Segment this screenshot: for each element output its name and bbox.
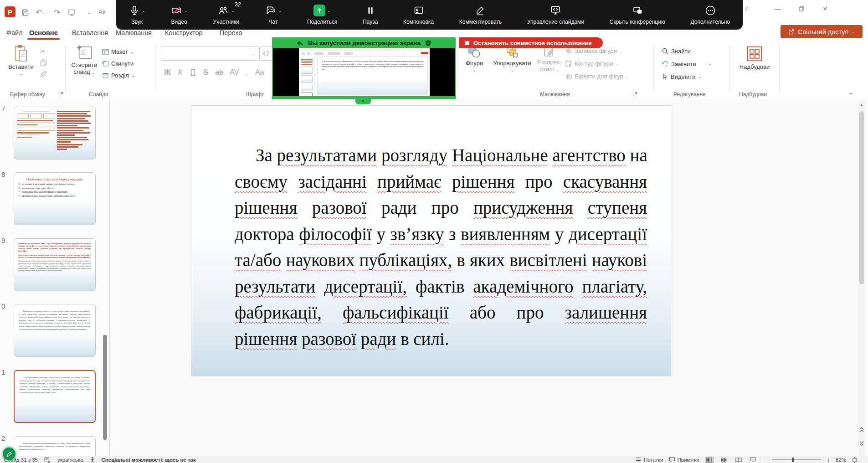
copy-icon[interactable]: [40, 59, 47, 67]
format-painter-icon[interactable]: [40, 70, 47, 77]
slide-sorter-view-button[interactable]: [719, 457, 729, 463]
customize-qat-icon[interactable]: ⌄: [84, 7, 94, 17]
accessibility-icon: [90, 457, 95, 463]
addins-button[interactable]: Надбудови: [737, 46, 772, 70]
italic-button[interactable]: К: [177, 68, 183, 77]
replace-button[interactable]: b c Замінити⌄: [662, 60, 712, 67]
undo-icon[interactable]: ↶⌄: [36, 7, 46, 17]
strikethrough-ab-button[interactable]: ab: [215, 68, 223, 77]
comments-toggle[interactable]: Примітки: [669, 457, 699, 463]
tab-Конструктор[interactable]: Конструктор: [165, 29, 203, 36]
shape-outline-button[interactable]: Контур фігури⌄: [565, 60, 619, 67]
shape-effects-button[interactable]: Ефекти для фігур⌄: [565, 73, 629, 80]
accessibility-status[interactable]: Спеціальні можливості: щось не так: [102, 457, 196, 463]
language-indicator[interactable]: українська: [57, 457, 83, 463]
reading-view-button[interactable]: [734, 457, 743, 463]
font-size-combo[interactable]: 47: [259, 46, 272, 61]
drawing-dialog-launcher-icon[interactable]: [632, 92, 637, 97]
chevron-down-icon[interactable]: ⌄: [184, 8, 188, 13]
tab-Вставлення[interactable]: Вставлення: [72, 29, 108, 36]
new-slide-button[interactable]: Створитислайд ⌄: [69, 45, 99, 76]
zoom-toolbar-audio[interactable]: ⌄Звук: [129, 0, 145, 30]
restore-button[interactable]: [795, 3, 808, 15]
zoom-toolbar-pause[interactable]: Пауза: [363, 0, 378, 30]
slideshow-view-button[interactable]: [749, 457, 758, 463]
zoom-toolbar-label: Поделиться: [307, 19, 337, 25]
chevron-down-icon[interactable]: ⌄: [142, 8, 145, 13]
tab-Перехо[interactable]: Перехо: [220, 29, 242, 36]
previous-slide-button[interactable]: [858, 424, 865, 436]
shape-fill-button[interactable]: Заливка фігури⌄: [565, 47, 622, 54]
share-preview-screenshot: За результатами розгляду Національне аге…: [299, 48, 430, 96]
zoom-level[interactable]: 82%: [836, 457, 846, 463]
collapse-ribbon-icon[interactable]: ⌄: [848, 89, 853, 96]
scroll-up-icon[interactable]: ▲: [858, 101, 865, 108]
normal-view-button[interactable]: [705, 457, 714, 463]
zoom-annotate-button[interactable]: [3, 448, 15, 460]
thumbnails-scrollbar[interactable]: [103, 335, 107, 440]
clipboard-dialog-launcher-icon[interactable]: [58, 92, 63, 97]
chevron-down-icon[interactable]: ⌄: [278, 8, 282, 13]
zoom-toolbar-more[interactable]: Дополнительно: [691, 0, 730, 30]
slide-thumbnail[interactable]: За результатами розгляду Національне аге…: [14, 370, 96, 423]
reset-button[interactable]: Скинути: [102, 60, 134, 67]
quick-styles-button[interactable]: Експрес-стилі ⌄: [537, 46, 562, 73]
redo-icon[interactable]: ↷: [52, 7, 62, 17]
collapse-preview-tab[interactable]: ^: [355, 99, 371, 104]
layout-button[interactable]: Макет⌄: [102, 48, 134, 55]
share-button[interactable]: Спільний доступ ⌄: [781, 25, 863, 38]
scrollbar-thumb[interactable]: [859, 111, 864, 284]
minimize-button[interactable]: —: [771, 3, 785, 15]
save-icon[interactable]: [20, 7, 30, 17]
zoom-toolbar-share-screen[interactable]: ⌄Поделиться: [307, 0, 337, 30]
slide-thumbnail[interactable]: Відповідно до постанови КМУ «Про затверд…: [14, 238, 96, 291]
section-button[interactable]: Розділ⌄: [102, 72, 134, 79]
tab-Файл[interactable]: Файл: [6, 29, 23, 36]
tab-Малювання[interactable]: Малювання: [116, 29, 152, 36]
strikethrough-button[interactable]: S: [202, 68, 209, 77]
misspelled-word: агентство: [552, 145, 626, 165]
zoom-toolbar-video[interactable]: ⌄Видео: [170, 0, 188, 30]
close-button[interactable]: ✕: [818, 3, 832, 15]
slide-thumbnail[interactable]: Види академічної відповідальності (у том…: [14, 436, 96, 456]
zoom-slider[interactable]: [772, 459, 821, 460]
start-slideshow-icon[interactable]: [67, 7, 77, 17]
change-case-button[interactable]: Aa: [255, 68, 264, 77]
slide-thumbnail[interactable]: [14, 107, 96, 159]
shapes-button[interactable]: Фігури ⌄: [461, 46, 488, 72]
zoom-toolbar-participants[interactable]: ⌄32Участники: [213, 0, 239, 30]
chevron-down-icon[interactable]: ⌄: [231, 8, 235, 13]
paste-button[interactable]: Вставити ⌄: [6, 45, 36, 76]
clipboard-group-label: Буфер обміну: [10, 91, 45, 98]
slide-text-box[interactable]: За результатами розгляду Національне аге…: [235, 142, 647, 352]
cut-icon[interactable]: ✂: [40, 47, 46, 56]
underline-button[interactable]: П: [190, 68, 196, 77]
zoom-toolbar-chat[interactable]: ⌄Чат: [265, 0, 282, 30]
notes-toggle[interactable]: Нотатки: [635, 457, 663, 463]
slide-thumbnail[interactable]: Повідомлення щодо наявності у дисертації…: [14, 304, 96, 357]
tab-Основне[interactable]: Основне: [29, 29, 58, 36]
slide-thumbnail[interactable]: Особливості цих онлайнових програм:✓ зру…: [14, 172, 96, 225]
zoom-toolbar-layout[interactable]: Компоновка: [403, 0, 434, 30]
font-name-combo[interactable]: ⌄: [161, 46, 258, 61]
zoom-in-button[interactable]: +: [827, 457, 830, 463]
spelling-errors-icon[interactable]: [44, 457, 51, 463]
zoom-toolbar-hide-conference[interactable]: Скрыть конференцию: [610, 0, 665, 30]
arrange-button[interactable]: Упорядкувати ⌄: [490, 46, 534, 72]
select-button[interactable]: Виділити⌄: [662, 73, 701, 80]
misspelled-word: зв’язку: [390, 224, 444, 244]
zoom-toolbar-slide-control[interactable]: Управление слайдами: [527, 0, 584, 30]
zoom-toolbar-annotate[interactable]: Комментировать: [459, 0, 502, 30]
next-slide-button[interactable]: [858, 437, 865, 449]
zoom-toolbar-label: Пауза: [363, 19, 378, 25]
find-button[interactable]: Знайти: [662, 47, 691, 55]
stop-sharing-button[interactable]: Остановить совместное использование: [459, 37, 603, 48]
thumbnail-content: Відповідно до постанови КМУ «Про затверд…: [14, 239, 95, 272]
bold-button[interactable]: Ж: [164, 68, 170, 77]
fit-slide-button[interactable]: [852, 457, 858, 463]
zoom-out-button[interactable]: −: [763, 457, 767, 463]
character-spacing-button[interactable]: AV: [230, 68, 239, 77]
chevron-down-icon[interactable]: ⌄: [327, 8, 331, 13]
zoom-slider-thumb[interactable]: [792, 458, 794, 462]
misspelled-word: рішення: [235, 329, 297, 349]
